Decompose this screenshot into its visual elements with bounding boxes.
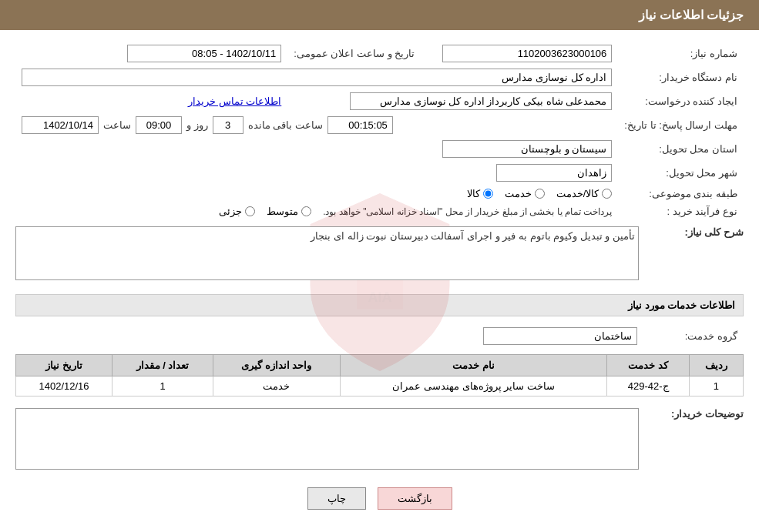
cell-count: 1 [113, 376, 213, 396]
purchase-type-label: نوع فرآیند خرید : [618, 202, 744, 220]
main-info-table: شماره نیاز: 1102003623000106 تاریخ و ساع… [15, 42, 744, 220]
services-table: ردیف کد خدمت نام خدمت واحد اندازه گیری ت… [15, 354, 744, 396]
category-radio-service[interactable] [535, 189, 545, 199]
category-label: طبقه بندی موضوعی: [618, 185, 744, 202]
purchase-type-medium: متوسط [267, 206, 311, 217]
deadline-label: مهلت ارسال پاسخ: تا تاریخ: [618, 113, 744, 137]
category-option-service: خدمت [505, 188, 545, 199]
category-label-goods-service: کالا/خدمت [556, 188, 599, 199]
category-radio-goods-service[interactable] [602, 189, 612, 199]
page-title: جزئیات اطلاعات نیاز [639, 8, 744, 22]
announcement-date-label: تاریخ و ساعت اعلان عمومی: [287, 42, 421, 65]
service-group-field: ساختمان [483, 327, 637, 345]
col-header-date: تاریخ نیاز [16, 355, 113, 376]
purchase-type-radio-medium[interactable] [301, 206, 311, 216]
days-label: روز و [186, 119, 208, 131]
creator-field: محمدعلی شاه بیکی کاربرداز اداره کل نوساز… [350, 92, 612, 110]
buyer-desc-label: توضیحات خریدار: [643, 408, 744, 420]
request-number-field: 1102003623000106 [442, 45, 612, 62]
col-header-unit: واحد اندازه گیری [213, 355, 340, 376]
services-section-title: اطلاعات خدمات مورد نیاز [15, 294, 744, 316]
category-radio-group: کالا/خدمت خدمت کالا [22, 188, 612, 199]
cell-code: ج-42-429 [607, 376, 689, 396]
purchase-type-radio-group: پرداخت تمام یا بخشی از مبلغ خریدار از مح… [22, 206, 612, 217]
purchase-type-label-medium: متوسط [267, 206, 298, 217]
province-label: استان محل تحویل: [618, 137, 744, 161]
days-field: 3 [213, 116, 243, 134]
buyer-desc-textarea[interactable] [15, 408, 639, 470]
service-group-label: گروه خدمت: [643, 324, 744, 348]
table-row: 1 ج-42-429 ساخت سایر پروژه‌های مهندسی عم… [16, 376, 744, 396]
category-label-goods: کالا [467, 188, 480, 199]
buyer-org-field: اداره کل نوسازی مدارس [22, 69, 612, 86]
col-header-row: ردیف [689, 355, 743, 376]
service-group-table: گروه خدمت: ساختمان [15, 324, 744, 348]
category-label-service: خدمت [505, 188, 532, 199]
request-number-value: 1102003623000106 [436, 42, 618, 65]
button-group: بازگشت چاپ [15, 487, 744, 525]
cell-date: 1402/12/16 [16, 376, 113, 396]
category-option-goods-service: کالا/خدمت [556, 188, 613, 199]
back-button[interactable]: بازگشت [378, 487, 452, 510]
cell-row: 1 [689, 376, 743, 396]
purchase-type-radio-small[interactable] [245, 206, 255, 216]
time-label: ساعت [103, 119, 131, 131]
category-option-goods: کالا [467, 188, 493, 199]
purchase-type-note: پرداخت تمام یا بخشی از مبلغ خریدار از مح… [323, 206, 612, 217]
buyer-org-label: نام دستگاه خریدار: [618, 65, 744, 89]
general-desc-label: شرح کلی نیاز: [643, 226, 744, 238]
cell-unit: خدمت [213, 376, 340, 396]
page-header: جزئیات اطلاعات نیاز [0, 0, 759, 30]
purchase-type-label-small: جزئی [219, 206, 242, 217]
col-header-count: تعداد / مقدار [113, 355, 213, 376]
purchase-type-small: جزئی [219, 206, 255, 217]
col-header-name: نام خدمت [340, 355, 607, 376]
city-field: زاهدان [496, 164, 612, 182]
announcement-date-field: 1402/10/11 - 08:05 [127, 45, 281, 62]
request-number-label: شماره نیاز: [618, 42, 744, 65]
col-header-code: کد خدمت [607, 355, 689, 376]
remaining-label: ساعت باقی مانده [248, 119, 323, 131]
category-radio-goods[interactable] [483, 189, 493, 199]
remaining-time-field: 00:15:05 [327, 116, 393, 134]
creator-link[interactable]: اطلاعات تماس خریدار [188, 95, 281, 107]
print-button[interactable]: چاپ [307, 487, 366, 510]
creator-label: ایجاد کننده درخواست: [618, 89, 744, 113]
province-field: سیستان و بلوچستان [442, 140, 612, 158]
general-desc-textarea[interactable] [15, 226, 639, 280]
city-label: شهر محل تحویل: [618, 161, 744, 185]
deadline-date-field: 1402/10/14 [22, 116, 99, 134]
time-field: 09:00 [136, 116, 182, 134]
cell-name: ساخت سایر پروژه‌های مهندسی عمران [340, 376, 607, 396]
